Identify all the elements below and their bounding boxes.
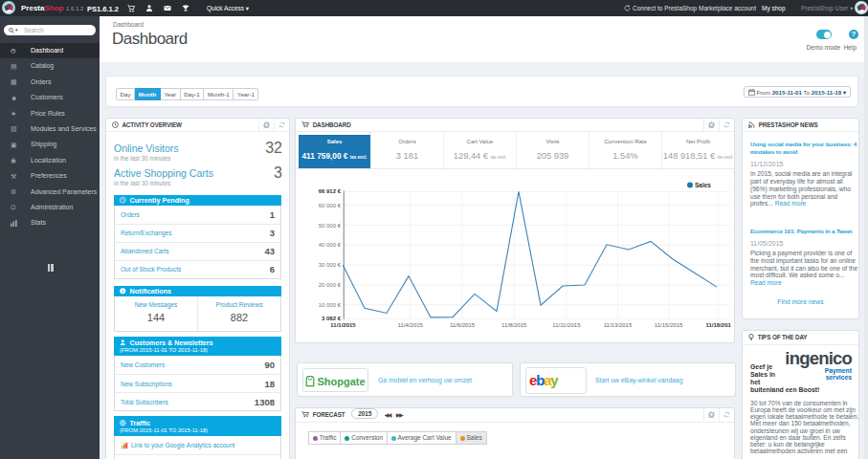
svg-text:50 000 €: 50 000 € xyxy=(319,223,342,229)
svg-text:3 082 €: 3 082 € xyxy=(322,316,342,321)
svg-text:10 000 €: 10 000 € xyxy=(319,302,342,308)
svg-text:40 000 €: 40 000 € xyxy=(319,242,342,248)
svg-text:11/18/201: 11/18/201 xyxy=(706,322,732,328)
svg-text:Sales: Sales xyxy=(695,182,711,188)
svg-text:11/6/2015: 11/6/2015 xyxy=(450,322,476,328)
svg-text:11/13/2015: 11/13/2015 xyxy=(604,322,633,328)
svg-text:11/1/2015: 11/1/2015 xyxy=(330,322,356,328)
svg-text:30 000 €: 30 000 € xyxy=(319,262,342,268)
svg-text:20 000 €: 20 000 € xyxy=(319,282,342,288)
svg-text:11/4/2015: 11/4/2015 xyxy=(398,322,424,328)
svg-text:11/11/2015: 11/11/2015 xyxy=(552,322,581,328)
svg-text:66 912 €: 66 912 € xyxy=(319,188,342,194)
svg-text:60 000 €: 60 000 € xyxy=(319,203,342,208)
svg-text:11/15/2015: 11/15/2015 xyxy=(655,322,683,328)
svg-text:11/8/2015: 11/8/2015 xyxy=(501,322,527,328)
